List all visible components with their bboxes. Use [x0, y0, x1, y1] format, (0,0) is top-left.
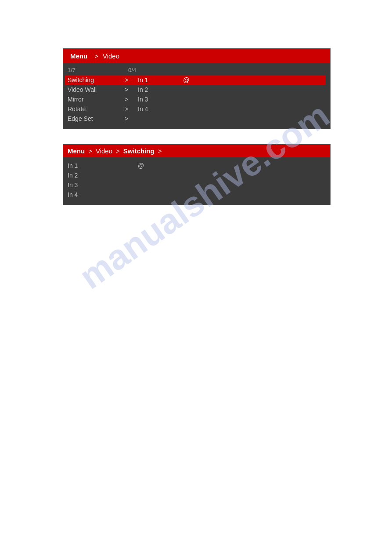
menu2-header-arrow2: >: [116, 147, 120, 155]
menu2-item-in1-extra: @: [138, 162, 144, 169]
menu1-item-switching-label: Switching: [68, 76, 125, 83]
menu2-item-in4[interactable]: In 4: [68, 190, 326, 200]
menu1-item-mirror-arrow: >: [125, 96, 133, 103]
menu2-item-in2-label: In 2: [68, 172, 125, 179]
menu1-page-left: 1/7: [68, 67, 76, 73]
menu2-header-arrow1: >: [88, 147, 92, 155]
menu1-item-rotate[interactable]: Rotate > In 4: [68, 104, 326, 114]
menu1-item-switching[interactable]: Switching > In 1 @: [65, 75, 326, 85]
menu1-item-edgeset-label: Edge Set: [68, 115, 125, 122]
menu2-header-menu-label: Menu: [68, 147, 85, 155]
menu1-item-edgeset[interactable]: Edge Set >: [68, 114, 326, 123]
menu2-header-arrow3: >: [158, 147, 162, 155]
menu1-item-rotate-value: In 4: [138, 105, 148, 112]
menu1-page-right: 0/4: [128, 67, 136, 73]
menu2-header: Menu > Video > Switching >: [63, 145, 330, 157]
menu2-item-in2[interactable]: In 2: [68, 170, 326, 180]
menu-panel-2: Menu > Video > Switching > In 1 @ In 2 I…: [63, 144, 331, 205]
menu1-page-info: 1/7 0/4: [68, 67, 326, 73]
menu2-item-in3[interactable]: In 3: [68, 180, 326, 190]
menu2-header-video-label: Video: [96, 147, 112, 155]
menu1-item-switching-value: In 1: [138, 76, 148, 83]
menu1-item-videowall-label: Video Wall: [68, 86, 125, 93]
menu2-body: In 1 @ In 2 In 3 In 4: [63, 157, 330, 205]
menu2-item-in1-label: In 1: [68, 162, 125, 169]
menu2-item-in3-label: In 3: [68, 181, 125, 189]
menu1-body: 1/7 0/4 Switching > In 1 @ Video Wall > …: [63, 63, 330, 129]
menu1-header-menu-label: Menu: [68, 51, 90, 61]
menu1-item-edgeset-arrow: >: [125, 115, 133, 122]
menu1-header: Menu > Video: [63, 49, 330, 63]
menu1-item-switching-arrow: >: [125, 76, 133, 83]
menu1-item-rotate-arrow: >: [125, 105, 133, 112]
menu2-item-in1[interactable]: In 1 @: [68, 161, 326, 170]
menu1-header-arrow: >: [94, 52, 98, 60]
menu1-item-switching-extra: @: [183, 76, 189, 83]
menu1-item-mirror[interactable]: Mirror > In 3: [68, 94, 326, 104]
menu1-item-videowall[interactable]: Video Wall > In 2: [68, 85, 326, 94]
menu1-item-mirror-value: In 3: [138, 96, 148, 103]
menu1-header-section: Video: [103, 52, 119, 60]
menu2-header-switching-label: Switching: [123, 147, 155, 155]
menu1-item-mirror-label: Mirror: [68, 96, 125, 103]
menu-panel-1: Menu > Video 1/7 0/4 Switching > In 1 @ …: [63, 48, 331, 129]
menu1-item-videowall-arrow: >: [125, 86, 133, 93]
menu2-item-in4-label: In 4: [68, 191, 125, 198]
menu1-item-rotate-label: Rotate: [68, 105, 125, 112]
menu1-item-videowall-value: In 2: [138, 86, 148, 93]
